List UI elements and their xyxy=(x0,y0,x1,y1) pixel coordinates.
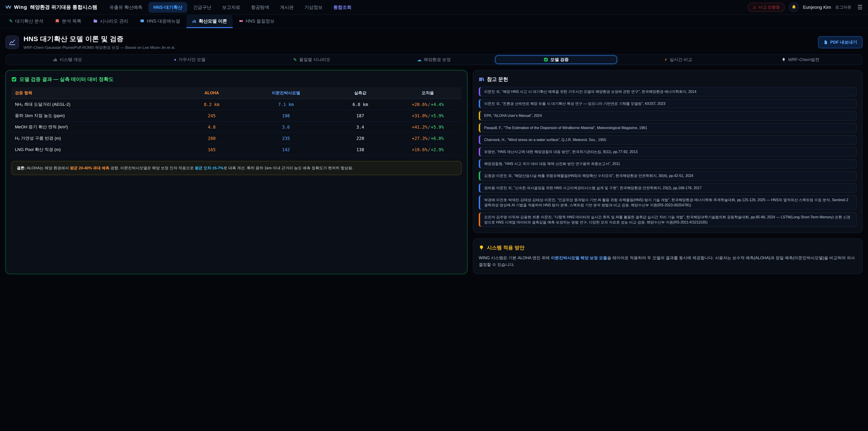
page-header: HNS 대기확산 모델 이론 및 검증 WRF-Chem·Gaussian Pl… xyxy=(0,29,868,54)
open-book-icon xyxy=(140,19,145,23)
page-icon-box xyxy=(5,35,19,49)
brand-title: 해양환경 위기대응 통합시스템 xyxy=(30,4,97,11)
table-row: NH₃ 최대 도달거리 (AEGL-2) 8.2 km 7.1 km 6.8 k… xyxy=(11,99,462,110)
nav-item-rescue[interactable]: 긴급구난 xyxy=(188,2,216,13)
references-title-row: 참고 문헌 xyxy=(479,76,857,83)
nav-item-oil-spill[interactable]: 유출유 확산예측 xyxy=(105,2,148,13)
cell-error: +27.3%/+6.8% xyxy=(394,133,462,144)
bars-icon xyxy=(53,58,57,62)
reference-item: 이문진 외, "해양 HNS 사고 시 대기확산 예측을 위한 가우시안 모델의… xyxy=(479,87,857,96)
section-tab-bar: 시스템 개요 ● 가우시안 모델 ✎ 물질별 시나리오 ☁ 해양환경 보정 모델… xyxy=(5,54,863,65)
nav-item-board[interactable]: 게시판 xyxy=(275,2,299,13)
cell-measured: 3.4 xyxy=(327,121,394,133)
logout-button[interactable]: 로그아웃 xyxy=(835,4,851,10)
section-tab-label: 시스템 개요 xyxy=(59,57,82,63)
cell-item: LNG Pool 확산 직경 (m) xyxy=(11,144,178,155)
module-tab-bar: ✎ 대기확산 분석 분석 목록 시나리오 관리 HNS 대응매뉴얼 확산모델 이… xyxy=(0,15,868,29)
reference-item: 유영빈, "HNS 재난사고에 대한 해양경찰의 대응 방안", 한국위기관리논… xyxy=(479,147,857,157)
pdf-export-button[interactable]: PDF 내보내기 xyxy=(818,36,863,49)
page-subtitle: WRF-Chem·Gaussian Plume/Puff·ROMS·해양환경 보… xyxy=(24,45,175,50)
nav-item-air-search[interactable]: 항공탐색 xyxy=(246,2,274,13)
section-tab-model-validation[interactable]: 모델 검증 xyxy=(495,55,617,64)
section-tab-system-overview[interactable]: 시스템 개요 xyxy=(6,55,129,64)
application-title: 시스템 적용 방안 xyxy=(487,244,524,251)
tab-scenario-management[interactable]: 시나리오 관리 xyxy=(88,15,134,28)
bell-icon xyxy=(792,5,796,10)
cell-model: 235 xyxy=(246,133,327,144)
note-label: 결론: xyxy=(17,166,26,170)
section-tab-label: WRF-Chem발전 xyxy=(788,57,819,63)
tab-label: 분석 목록 xyxy=(62,18,81,24)
cell-measured: 138 xyxy=(327,144,394,155)
section-tab-marine-correction[interactable]: ☁ 해양환경 보정 xyxy=(373,55,495,64)
application-text: WING 시스템은 기본 ALOHA 엔진 위에 이문진박사모델 해양 보정 모… xyxy=(479,255,857,268)
column-header-aloha: ALOHA xyxy=(178,87,246,99)
page-header-left: HNS 대기확산 모델 이론 및 검증 WRF-Chem·Gaussian Pl… xyxy=(5,34,175,50)
reference-item: 해양경찰청, "HNS 사고 국가 대비 대응 체제 선진화 방안 연구용역 최… xyxy=(479,159,857,168)
check-box-icon xyxy=(11,76,17,82)
top-navigation-bar: Wing 해양환경 위기대응 통합시스템 유출유 확산예측 HNS·대기확산 긴… xyxy=(0,0,868,15)
check-box-icon xyxy=(544,57,548,62)
nav-item-integrated-search[interactable]: 통합조회 xyxy=(329,2,356,13)
tab-hns-manual[interactable]: HNS 대응매뉴얼 xyxy=(134,15,186,28)
reference-item: 오진석·김주영·이득채·김용현·최훈·이문진, "다항목 HNS 데이터의 실시… xyxy=(479,212,857,227)
note-text: 로 대폭 개선. 특히 풍하 1km 이내 근거리 농도 예측 정확도가 현저히… xyxy=(223,166,353,170)
cell-aloha: 245 xyxy=(178,110,246,121)
column-header-error: 오차율 xyxy=(394,87,462,99)
reference-item: Charnock, H., "Wind stress on a water su… xyxy=(479,135,857,145)
reference-list: 이문진 외, "해양 HNS 사고 시 대기확산 예측을 위한 가우시안 모델의… xyxy=(479,87,857,227)
section-tab-substance-scenarios[interactable]: ✎ 물질별 시나리오 xyxy=(251,55,373,64)
pdf-export-label: PDF 내보내기 xyxy=(830,39,857,45)
reference-item: 김청겸·이문진 외, "해양산업시설 배출 위험유해물질(HNS)의 해양확산 … xyxy=(479,171,857,181)
incident-status-badge[interactable]: ⚠ 사고 진행중 xyxy=(747,3,785,12)
note-highlight-error-range: 평균 오차 ±5-7% xyxy=(195,166,223,170)
table-row: H₂ 가연성 구름 반경 (m) 280 235 220 +27.3%/+6.8… xyxy=(11,133,462,144)
tab-analysis-list[interactable]: 분석 목록 xyxy=(50,15,87,28)
tab-dispersion-analysis[interactable]: ✎ 대기확산 분석 xyxy=(4,15,49,28)
tab-hns-substance-info[interactable]: HNS 물질정보 xyxy=(234,15,280,28)
main-menu: 유출유 확산예측 HNS·대기확산 긴급구난 보고자료 항공탐색 게시판 기상정… xyxy=(105,2,356,13)
topnav-right-group: ⚠ 사고 진행중 Eunjeong Kim 로그아웃 ☰ xyxy=(747,2,863,12)
reference-item: 이문진 외, "친환경 선박연료 해양 유출 시 대기확산 특성 연구 — 암모… xyxy=(479,99,857,109)
cell-aloha: 4.8 xyxy=(178,121,246,133)
notifications-button[interactable] xyxy=(789,2,799,12)
section-tab-label: 가우시안 모델 xyxy=(179,57,206,63)
tab-label: 대기확산 분석 xyxy=(15,18,43,24)
tab-model-theory[interactable]: 확산모델 이론 xyxy=(186,15,232,28)
cell-measured: 187 xyxy=(327,110,394,121)
menu-icon[interactable]: ☰ xyxy=(857,4,863,11)
validation-table-header: 검증 항목 ALOHA 이문진박사모델 실측값 오차율 xyxy=(11,87,462,99)
conclusion-note: 결론: ALOHA는 해양 환경에서 평균 20-40% 과대 예측 경향. 이… xyxy=(11,161,462,175)
references-card: 참고 문헌 이문진 외, "해양 HNS 사고 시 대기확산 예측을 위한 가우… xyxy=(473,70,863,233)
brand-prefix: Wing xyxy=(14,4,27,10)
cell-measured: 6.8 km xyxy=(327,99,394,110)
section-tab-wrf-chem[interactable]: WRF-Chem발전 xyxy=(739,55,862,64)
user-name: Eunjeong Kim xyxy=(803,5,831,10)
references-title: 참고 문헌 xyxy=(487,76,508,83)
warning-icon: ⚠ xyxy=(752,5,756,9)
validation-card-title-row: 모델 검증 결과 — 실측 데이터 대비 정확도 xyxy=(11,76,462,83)
section-tab-gaussian-model[interactable]: ● 가우시안 모델 xyxy=(129,55,251,64)
cell-item: 풍하 1km 지점 농도 (ppm) xyxy=(11,110,178,121)
column-header-model: 이문진박사모델 xyxy=(246,87,327,99)
nav-item-hns-dispersion[interactable]: HNS·대기확산 xyxy=(148,2,187,13)
circle-icon: ● xyxy=(174,58,176,61)
note-text: 경향. 이문진박사모델은 해양 보정 인자 적용으로 xyxy=(110,166,195,170)
book-icon xyxy=(55,19,60,23)
folder-icon xyxy=(93,19,98,23)
note-highlight-overprediction: 평균 20-40% 과대 예측 xyxy=(70,166,110,170)
nav-item-reports[interactable]: 보고자료 xyxy=(217,2,245,13)
nav-item-weather[interactable]: 기상정보 xyxy=(300,2,328,13)
section-tab-realtime-comparison[interactable]: ⚡ 실시간 비교 xyxy=(617,55,739,64)
cell-model: 7.1 km xyxy=(246,99,327,110)
cell-error: +20.6%/+4.4% xyxy=(394,99,462,110)
main-content: 모델 검증 결과 — 실측 데이터 대비 정확도 검증 항목 ALOHA 이문진… xyxy=(5,70,863,274)
reference-item: EPA, "ALOHA User's Manual", 2024 xyxy=(479,111,857,120)
section-tab-label: 물질별 시나리오 xyxy=(299,57,331,63)
pencil-icon: ✎ xyxy=(293,58,297,62)
cell-aloha: 8.2 km xyxy=(178,99,246,110)
incident-status-label: 사고 진행중 xyxy=(758,4,780,10)
table-row: LNG Pool 확산 직경 (m) 165 142 138 +19.6%/+2… xyxy=(11,144,462,155)
line-chart-icon xyxy=(8,39,16,46)
section-tab-label: 해양환경 보정 xyxy=(424,57,451,63)
